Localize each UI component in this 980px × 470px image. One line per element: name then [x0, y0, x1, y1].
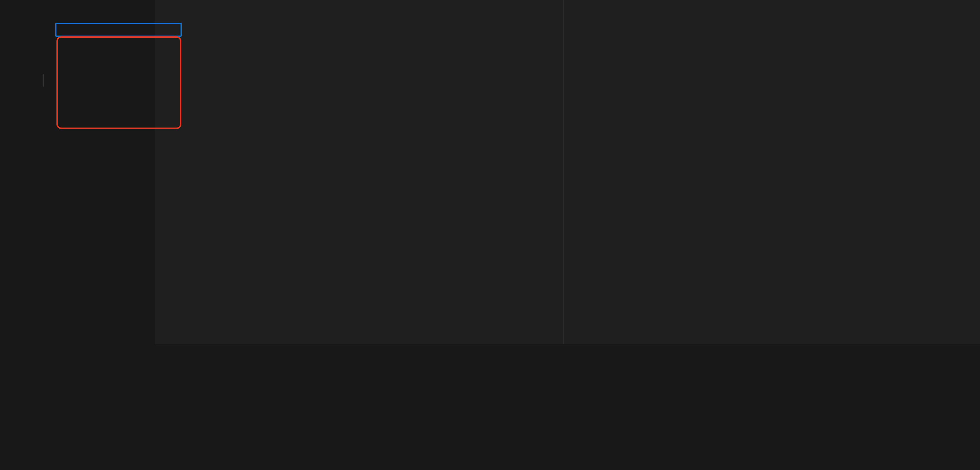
terminal-output[interactable]: [155, 360, 980, 470]
bottom-panel: [155, 344, 980, 470]
editor-group-package-json: [563, 0, 980, 344]
open-editors-section-header[interactable]: [27, 22, 155, 34]
sidebar-header: [27, 0, 155, 18]
activity-bar: [0, 0, 28, 470]
editor-area: [155, 0, 980, 344]
editor-group-index-ts: [155, 0, 563, 344]
panel-header: [155, 344, 980, 360]
vscode-window: [0, 0, 980, 470]
sidebar-explorer: [27, 0, 155, 470]
